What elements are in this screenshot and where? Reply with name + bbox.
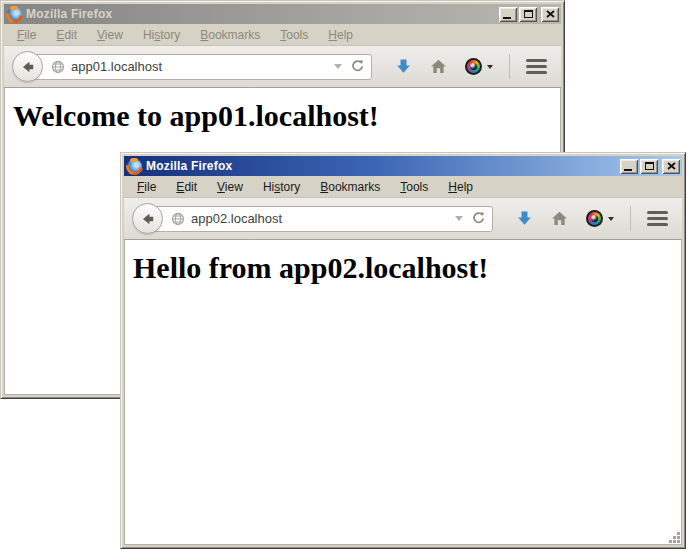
close-icon <box>546 10 555 18</box>
close-icon <box>667 162 676 170</box>
back-arrow-icon <box>140 211 156 227</box>
maximize-icon <box>645 162 654 170</box>
menu-file[interactable]: File <box>127 177 166 197</box>
menu-bar: FileEditViewHistoryBookmarksToolsHelp <box>124 176 682 197</box>
window-title: Mozilla Firefox <box>146 159 616 173</box>
addon-button[interactable] <box>465 58 493 75</box>
download-arrow-icon <box>395 58 412 75</box>
menu-help[interactable]: Help <box>318 25 363 45</box>
page-heading: Welcome to app01.localhost! <box>4 99 561 133</box>
menu-button[interactable] <box>647 211 668 227</box>
addon-button[interactable] <box>586 210 614 227</box>
menu-history[interactable]: History <box>133 25 190 45</box>
close-button[interactable] <box>541 7 559 22</box>
minimize-icon <box>503 17 511 19</box>
navigation-toolbar: app02.localhost <box>124 197 682 240</box>
download-arrow-icon <box>516 210 533 227</box>
url-history-dropdown-icon[interactable] <box>455 216 463 221</box>
menu-bookmarks[interactable]: Bookmarks <box>190 25 270 45</box>
color-lens-icon <box>465 58 482 75</box>
download-button[interactable] <box>395 58 412 75</box>
site-identity-globe-icon[interactable] <box>51 60 65 74</box>
maximize-icon <box>524 10 533 18</box>
page-content: Hello from app02.localhost! <box>124 240 682 545</box>
maximize-button[interactable] <box>519 7 537 22</box>
toolbar-separator <box>630 206 631 231</box>
home-button[interactable] <box>430 58 447 75</box>
firefox-app-icon <box>127 159 142 174</box>
reload-icon <box>350 59 365 74</box>
hamburger-icon <box>526 59 547 63</box>
menu-history[interactable]: History <box>253 177 310 197</box>
url-bar[interactable]: app01.localhost <box>28 54 372 80</box>
reload-icon <box>471 211 486 226</box>
navigation-toolbar: app01.localhost <box>4 45 561 88</box>
menu-edit[interactable]: Edit <box>166 177 207 197</box>
window-title: Mozilla Firefox <box>26 7 495 21</box>
home-icon <box>551 210 568 227</box>
menu-edit[interactable]: Edit <box>46 25 87 45</box>
firefox-app-icon <box>7 7 22 22</box>
toolbar-separator <box>509 54 510 79</box>
minimize-icon <box>624 169 632 171</box>
menu-tools[interactable]: Tools <box>390 177 438 197</box>
menu-tools[interactable]: Tools <box>270 25 318 45</box>
url-text[interactable]: app01.localhost <box>71 59 330 74</box>
menu-view[interactable]: View <box>207 177 253 197</box>
hamburger-icon <box>647 211 668 215</box>
resize-grip[interactable] <box>668 531 681 544</box>
title-bar[interactable]: Mozilla Firefox <box>124 156 682 176</box>
window-controls <box>499 7 559 22</box>
caret-down-icon <box>608 217 614 221</box>
menu-bar: FileEditViewHistoryBookmarksToolsHelp <box>4 24 561 45</box>
page-heading: Hello from app02.localhost! <box>124 251 682 285</box>
reload-button[interactable] <box>350 59 365 74</box>
minimize-button[interactable] <box>620 159 638 174</box>
menu-help[interactable]: Help <box>438 177 483 197</box>
site-identity-globe-icon[interactable] <box>171 212 185 226</box>
back-arrow-icon <box>20 59 36 75</box>
url-text[interactable]: app02.localhost <box>191 211 451 226</box>
reload-button[interactable] <box>471 211 486 226</box>
maximize-button[interactable] <box>640 159 658 174</box>
menu-file[interactable]: File <box>7 25 46 45</box>
menu-button[interactable] <box>526 59 547 75</box>
home-icon <box>430 58 447 75</box>
back-button[interactable] <box>132 203 163 234</box>
browser-window-app02: Mozilla Firefox FileEditViewHistoryBookm… <box>120 152 686 549</box>
caret-down-icon <box>487 65 493 69</box>
download-button[interactable] <box>516 210 533 227</box>
url-bar[interactable]: app02.localhost <box>148 206 493 232</box>
menu-view[interactable]: View <box>87 25 133 45</box>
title-bar[interactable]: Mozilla Firefox <box>4 4 561 24</box>
back-button[interactable] <box>12 51 43 82</box>
minimize-button[interactable] <box>499 7 517 22</box>
home-button[interactable] <box>551 210 568 227</box>
menu-bookmarks[interactable]: Bookmarks <box>310 177 390 197</box>
close-button[interactable] <box>662 159 680 174</box>
color-lens-icon <box>586 210 603 227</box>
url-history-dropdown-icon[interactable] <box>334 64 342 69</box>
window-controls <box>620 159 680 174</box>
